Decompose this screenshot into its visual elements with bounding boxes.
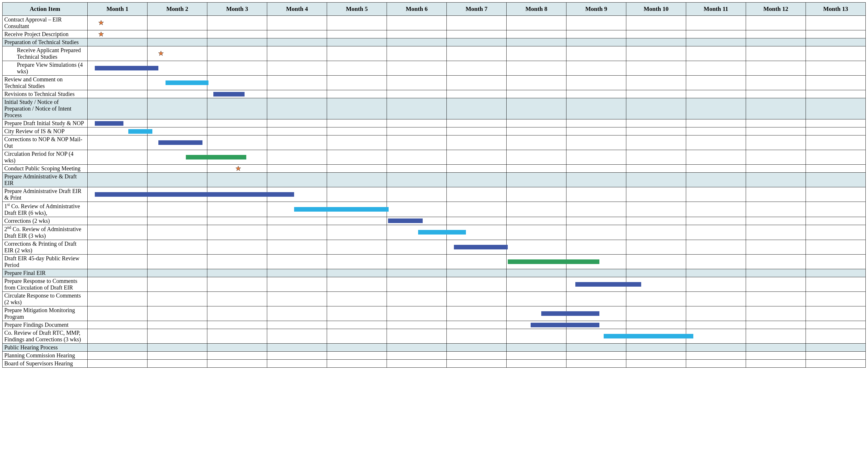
month-cell — [207, 150, 267, 165]
table-row: Prepare Findings Document — [3, 321, 866, 329]
action-item-label: 2nd Co. Review of Administrative Draft E… — [4, 226, 81, 239]
month-cell — [746, 292, 806, 307]
month-cell — [686, 75, 746, 90]
month-cell — [566, 240, 626, 255]
table-row: City Review of IS & NOP — [3, 127, 866, 135]
month-cell — [148, 135, 207, 150]
month-cell — [387, 277, 447, 292]
month-cell — [686, 90, 746, 98]
month-cell — [207, 352, 267, 360]
action-item-cell: Corrections & Printing of Draft EIR (2 w… — [3, 240, 88, 255]
month-cell — [746, 240, 806, 255]
gantt-bar — [95, 121, 123, 126]
month-cell — [746, 90, 806, 98]
month-cell — [88, 61, 148, 75]
month-cell — [88, 255, 148, 269]
month-cell — [626, 127, 686, 135]
action-item-label: Receive Applicant Prepared Technical Stu… — [4, 47, 86, 60]
month-cell — [88, 150, 148, 165]
month-cell — [566, 360, 626, 368]
month-cell — [746, 150, 806, 165]
month-cell — [626, 240, 686, 255]
month-cell — [148, 61, 207, 75]
action-item-label: Contract Approval – EIR Consultant — [4, 16, 62, 29]
action-item-label: Revisions to Technical Studies — [4, 91, 74, 97]
month-cell — [267, 127, 327, 135]
month-cell — [88, 225, 148, 240]
month-cell — [626, 255, 686, 269]
month-cell — [207, 127, 267, 135]
month-cell — [148, 127, 207, 135]
month-cell — [686, 255, 746, 269]
month-cell — [506, 38, 566, 46]
month-cell — [267, 240, 327, 255]
month-cell — [327, 61, 387, 75]
table-row: Prepare Draft Initial Study & NOP — [3, 120, 866, 127]
month-cell — [148, 98, 207, 120]
month-cell — [387, 75, 447, 90]
header-row: Action Item Month 1 Month 2 Month 3 Mont… — [3, 3, 866, 16]
month-cell — [267, 30, 327, 38]
month-cell — [686, 173, 746, 187]
month-cell — [626, 46, 686, 61]
month-cell — [626, 16, 686, 30]
month-cell — [327, 352, 387, 360]
month-cell — [686, 165, 746, 173]
month-cell — [746, 217, 806, 225]
month-cell — [88, 135, 148, 150]
month-cell — [506, 352, 566, 360]
month-cell — [506, 187, 566, 202]
month-cell — [506, 255, 566, 269]
month-cell — [686, 38, 746, 46]
month-cell — [686, 269, 746, 277]
month-cell — [267, 187, 327, 202]
gantt-bar — [388, 219, 423, 223]
month-cell — [88, 321, 148, 329]
action-item-cell: Prepare Response to Comments from Circul… — [3, 277, 88, 292]
svg-marker-1 — [99, 32, 104, 36]
month-cell — [566, 225, 626, 240]
month-cell — [148, 269, 207, 277]
month-cell — [267, 202, 327, 217]
month-cell — [626, 187, 686, 202]
month-cell — [506, 202, 566, 217]
month-cell — [566, 127, 626, 135]
month-cell — [806, 352, 866, 360]
month-cell — [686, 240, 746, 255]
month-cell — [447, 202, 506, 217]
action-item-label: Prepare View Simulations (4 wks) — [4, 62, 86, 75]
table-row: Circulate Response to Comments (2 wks) — [3, 292, 866, 307]
month-cell — [88, 217, 148, 225]
month-cell — [148, 344, 207, 352]
section-row: Prepare Final EIR — [3, 269, 866, 277]
gantt-table: Action Item Month 1 Month 2 Month 3 Mont… — [2, 2, 866, 368]
month-cell — [327, 202, 387, 217]
month-cell — [506, 75, 566, 90]
month-cell — [267, 292, 327, 307]
action-item-cell: Contract Approval – EIR Consultant — [3, 16, 88, 30]
month-cell — [686, 217, 746, 225]
gantt-bar — [213, 92, 245, 96]
month-cell — [447, 98, 506, 120]
month-cell — [686, 135, 746, 150]
month-cell — [806, 307, 866, 321]
month-cell — [148, 16, 207, 30]
month-cell — [626, 75, 686, 90]
action-item-label: Prepare Final EIR — [4, 270, 45, 276]
month-cell — [626, 277, 686, 292]
month-cell — [746, 98, 806, 120]
action-item-label: Corrections & Printing of Draft EIR (2 w… — [4, 240, 76, 253]
action-item-label: Circulate Response to Comments (2 wks) — [4, 292, 81, 305]
month-cell — [387, 165, 447, 173]
month-cell — [207, 292, 267, 307]
action-item-cell: 1st Co. Review of Administrative Draft E… — [3, 202, 88, 217]
action-item-label: Conduct Public Scoping Meeting — [4, 165, 81, 171]
month-cell — [746, 255, 806, 269]
month-cell — [148, 30, 207, 38]
month-cell — [506, 127, 566, 135]
action-item-cell: Circulate Response to Comments (2 wks) — [3, 292, 88, 307]
month-cell — [267, 255, 327, 269]
month-cell — [387, 292, 447, 307]
table-row: Receive Project Description — [3, 30, 866, 38]
month-cell — [327, 127, 387, 135]
